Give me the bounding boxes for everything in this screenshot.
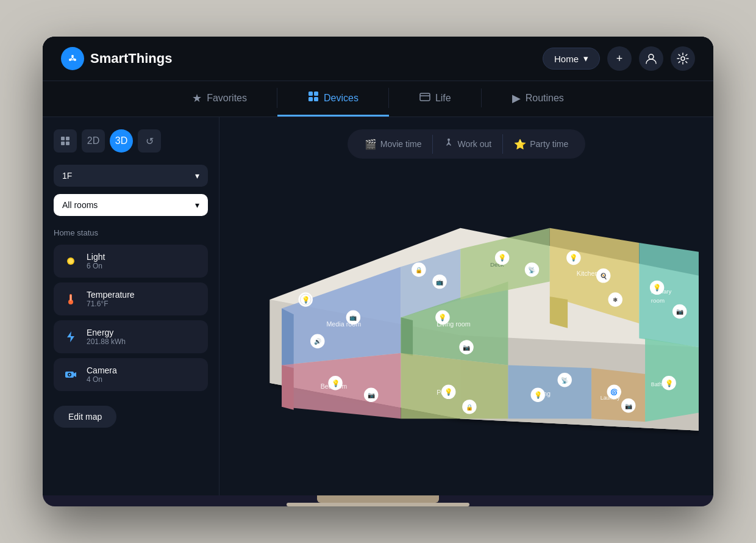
header-controls: Home ▾ + — [543, 46, 695, 71]
light-info: Light 6 On — [87, 252, 105, 270]
nav-devices[interactable]: Devices — [277, 81, 389, 117]
nav-routines-label: Routines — [526, 93, 564, 104]
svg-text:❄: ❄ — [613, 297, 618, 303]
energy-info: Energy 201.88 kWh — [87, 328, 126, 346]
nav-routines[interactable]: ▶ Routines — [482, 82, 594, 117]
header: SmartThings Home ▾ + — [43, 37, 713, 81]
svg-text:📷: 📷 — [676, 307, 684, 315]
status-card-camera[interactable]: Camera 4 On — [54, 358, 208, 391]
favorites-icon: ★ — [192, 92, 202, 105]
floorplan-container: Media room Living room Deck Ki — [234, 171, 699, 476]
room-label: All rooms — [62, 200, 98, 210]
svg-marker-26 — [74, 372, 76, 377]
room-dropdown-icon: ▾ — [195, 200, 199, 210]
svg-text:💡: 💡 — [302, 296, 310, 304]
home-selector[interactable]: Home ▾ — [543, 48, 600, 70]
home-status-label: Home status — [54, 228, 208, 237]
floor-label: 1F — [62, 171, 72, 181]
svg-text:🔊: 🔊 — [314, 337, 322, 345]
svg-text:🔒: 🔒 — [415, 266, 423, 274]
status-card-temperature[interactable]: Temperature 71.6°F — [54, 282, 208, 315]
nav-devices-label: Devices — [324, 93, 358, 104]
svg-point-0 — [66, 52, 79, 65]
tv-stand — [317, 495, 439, 503]
logo-area: SmartThings — [61, 47, 172, 70]
camera-value: 4 On — [87, 375, 117, 384]
svg-text:📷: 📷 — [463, 343, 471, 351]
svg-rect-15 — [61, 137, 65, 140]
svg-text:💡: 💡 — [438, 314, 447, 322]
svg-text:📺: 📺 — [349, 314, 357, 322]
svg-text:Bath: Bath — [651, 381, 662, 387]
3d-view-btn[interactable]: 3D — [110, 129, 133, 153]
main-content: 2D 3D ↺ 1F ▾ All rooms ▾ Home status — [43, 117, 713, 495]
status-card-energy[interactable]: Energy 201.88 kWh — [54, 320, 208, 353]
workout-label: Work out — [457, 139, 491, 149]
scene-workout[interactable]: Work out — [433, 134, 503, 154]
grid-view-btn[interactable] — [54, 129, 77, 153]
svg-rect-9 — [308, 92, 313, 96]
svg-point-28 — [69, 374, 71, 376]
room-selector[interactable]: All rooms ▾ — [54, 194, 208, 216]
svg-rect-17 — [61, 142, 65, 145]
svg-marker-41 — [401, 317, 413, 356]
temperature-info: Temperature 71.6°F — [87, 290, 135, 308]
dropdown-icon: ▾ — [583, 53, 588, 64]
workout-icon — [444, 138, 454, 150]
svg-text:📷: 📷 — [625, 402, 633, 410]
light-name: Light — [87, 252, 105, 262]
svg-point-7 — [649, 54, 654, 59]
settings-button[interactable] — [671, 46, 695, 71]
nav-favorites-label: Favorites — [207, 93, 247, 104]
svg-rect-10 — [314, 92, 318, 96]
svg-marker-48 — [639, 243, 699, 347]
floor-selector[interactable]: 1F ▾ — [54, 165, 208, 187]
svg-text:💡: 💡 — [534, 391, 543, 399]
refresh-view-btn[interactable]: ↺ — [138, 129, 161, 153]
svg-text:💡: 💡 — [444, 388, 453, 396]
svg-text:📷: 📷 — [368, 391, 376, 399]
routines-icon: ▶ — [512, 92, 521, 105]
camera-name: Camera — [87, 365, 117, 375]
nav-life[interactable]: Life — [389, 82, 482, 116]
floor-dropdown-icon: ▾ — [195, 171, 199, 181]
svg-marker-37 — [282, 309, 294, 372]
camera-icon — [62, 366, 79, 383]
svg-rect-18 — [66, 142, 70, 145]
movie-icon: 🎬 — [365, 138, 377, 150]
svg-text:💡: 💡 — [498, 254, 507, 262]
energy-icon — [62, 328, 79, 345]
svg-rect-11 — [308, 97, 313, 101]
view-controls: 2D 3D ↺ — [54, 129, 208, 153]
svg-text:📡: 📡 — [528, 266, 536, 274]
temperature-name: Temperature — [87, 290, 135, 300]
energy-name: Energy — [87, 328, 126, 337]
camera-info: Camera 4 On — [87, 365, 117, 384]
svg-text:💡: 💡 — [653, 284, 661, 292]
home-label: Home — [554, 54, 579, 64]
life-icon — [419, 92, 430, 104]
svg-point-1 — [71, 55, 74, 57]
energy-value: 201.88 kWh — [87, 337, 126, 346]
sidebar: 2D 3D ↺ 1F ▾ All rooms ▾ Home status — [43, 117, 219, 495]
temperature-icon — [62, 290, 79, 307]
3d-label: 3D — [115, 135, 127, 146]
party-icon: ⭐ — [514, 138, 526, 150]
2d-view-btn[interactable]: 2D — [82, 129, 105, 153]
scene-movie[interactable]: 🎬 Movie time — [354, 135, 433, 154]
floorplan-svg: Media room Living room Deck Ki — [234, 171, 699, 476]
nav-favorites[interactable]: ★ Favorites — [162, 82, 277, 117]
status-card-light[interactable]: Light 6 On — [54, 245, 208, 278]
app-logo-icon — [61, 47, 84, 70]
edit-map-button[interactable]: Edit map — [54, 406, 116, 428]
add-button[interactable]: + — [607, 46, 632, 71]
svg-point-20 — [68, 259, 73, 264]
svg-rect-13 — [420, 93, 430, 101]
svg-marker-52 — [282, 365, 294, 409]
app-name: SmartThings — [90, 51, 172, 67]
scene-party[interactable]: ⭐ Party time — [503, 135, 579, 154]
tv-frame: SmartThings Home ▾ + — [43, 37, 713, 506]
nav-life-label: Life — [435, 93, 451, 104]
profile-button[interactable] — [639, 46, 663, 71]
svg-rect-16 — [66, 137, 70, 140]
